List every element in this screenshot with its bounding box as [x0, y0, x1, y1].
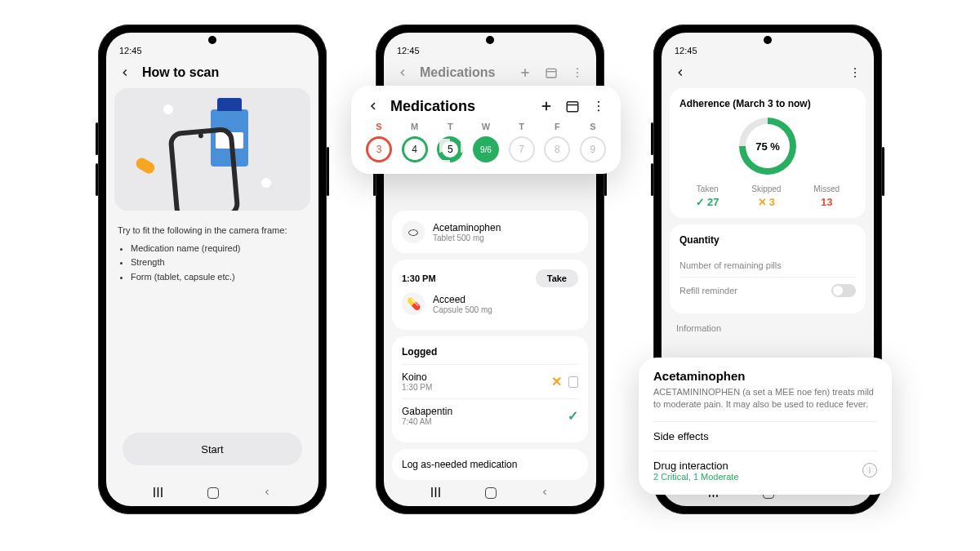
svg-point-11	[598, 101, 599, 103]
nav-back-icon[interactable]	[540, 486, 550, 500]
adherence-ring: 75 %	[739, 118, 796, 175]
adherence-pct: 75 %	[746, 124, 790, 168]
add-icon[interactable]	[537, 97, 555, 115]
information-label: Information	[670, 320, 866, 336]
adherence-card: Adherence (March 3 to now) 75 % Taken ✓2…	[670, 88, 866, 218]
day-tue[interactable]: T5	[435, 122, 465, 162]
time-slot-card: 1:30 PM Take 💊 Acceed Capsule 500 mg	[392, 260, 588, 330]
week-picker-overlay: Medications S3 M4 T5 W9/6 T7 F8 S9	[351, 86, 621, 174]
back-icon[interactable]	[394, 64, 412, 82]
overlay-title: Medications	[390, 98, 475, 115]
day-sat[interactable]: S9	[578, 122, 608, 162]
logged-card: Logged Koino 1:30 PM ✕ Gabapentin 7:40 A…	[392, 336, 588, 442]
stat-skipped: Skipped ✕3	[751, 184, 781, 208]
take-button[interactable]: Take	[536, 269, 578, 287]
info-drug-desc: ACETAMININOPHEN (a set a MEE noe fen) tr…	[653, 386, 877, 411]
med-card[interactable]: ⬭ Acetaminophen Tablet 500 mg	[392, 211, 588, 253]
status-time: 12:45	[675, 46, 697, 56]
camera-hole	[208, 36, 216, 44]
day-sun[interactable]: S3	[364, 122, 394, 162]
instr-item: Strength	[131, 256, 307, 270]
day-wed[interactable]: W9/6	[471, 122, 501, 162]
check-icon: ✓	[696, 196, 705, 208]
page-title: How to scan	[142, 65, 219, 80]
capsule-icon: 💊	[402, 292, 425, 315]
svg-point-14	[854, 68, 856, 69]
log-as-needed-button[interactable]: Log as-needed medication	[392, 449, 588, 480]
info-drug-name: Acetaminophen	[653, 369, 877, 383]
quantity-title: Quantity	[679, 234, 856, 246]
nav-bar: III	[384, 480, 596, 506]
remaining-pills-row[interactable]: Number of remaining pills	[679, 254, 856, 277]
day-mon[interactable]: M4	[400, 122, 430, 162]
tablet-icon: ⬭	[402, 220, 425, 243]
drug-interaction-row[interactable]: Drug interaction 2 Critical, 1 Moderate …	[653, 451, 877, 483]
calendar-icon[interactable]	[564, 97, 581, 115]
day-thu[interactable]: T7	[507, 122, 537, 162]
logged-name: Gabapentin	[402, 406, 452, 417]
med-name: Acetaminophen	[433, 222, 501, 233]
svg-rect-9	[567, 102, 578, 112]
stat-taken: Taken ✓27	[696, 184, 719, 208]
svg-point-4	[577, 68, 578, 69]
svg-point-13	[598, 109, 599, 111]
week-row: S3 M4 T5 W9/6 T7 F8 S9	[364, 122, 608, 162]
svg-point-15	[854, 72, 856, 73]
scan-illustration	[114, 88, 310, 211]
nav-recents-icon[interactable]: III	[430, 486, 441, 500]
back-icon[interactable]	[116, 64, 134, 82]
instructions: Try to fit the following in the camera f…	[114, 224, 310, 284]
nav-home-icon[interactable]	[207, 487, 219, 499]
more-icon[interactable]	[846, 64, 864, 82]
refill-reminder-row: Refill reminder	[679, 277, 856, 304]
instr-item: Medication name (required)	[131, 242, 307, 256]
logged-time: 7:40 AM	[402, 417, 452, 426]
info-icon[interactable]: i	[862, 463, 877, 478]
instr-item: Form (tablet, capsule etc.)	[131, 270, 307, 285]
skipped-icon: ✕	[551, 374, 562, 389]
logged-name: Koino	[402, 371, 432, 383]
nav-home-icon[interactable]	[485, 487, 497, 499]
start-button[interactable]: Start	[122, 433, 302, 465]
svg-point-5	[577, 72, 578, 73]
note-icon	[568, 376, 578, 388]
drug-info-overlay: Acetaminophen ACETAMININOPHEN (a set a M…	[639, 358, 892, 495]
more-icon[interactable]	[590, 97, 608, 115]
nav-back-icon[interactable]	[262, 486, 272, 500]
status-time: 12:45	[397, 46, 420, 56]
svg-point-12	[598, 105, 599, 107]
day-fri[interactable]: F8	[542, 122, 572, 162]
camera-hole	[764, 36, 772, 44]
logged-row[interactable]: Gabapentin 7:40 AM ✓	[402, 398, 578, 433]
adherence-title: Adherence (March 3 to now)	[679, 98, 856, 109]
instr-lead: Try to fit the following in the camera f…	[118, 224, 307, 238]
logged-row[interactable]: Koino 1:30 PM ✕	[402, 364, 578, 398]
med-sub: Tablet 500 mg	[433, 233, 501, 242]
nav-recents-icon[interactable]: III	[153, 486, 163, 500]
status-time: 12:45	[119, 46, 142, 56]
med-sub: Capsule 500 mg	[433, 305, 492, 314]
logged-title: Logged	[402, 346, 578, 358]
svg-rect-2	[546, 69, 556, 78]
header: Medications	[384, 57, 596, 88]
camera-hole	[486, 36, 494, 44]
stat-missed: Missed 13	[813, 184, 840, 208]
svg-point-6	[577, 76, 578, 78]
more-icon[interactable]	[568, 64, 586, 82]
header: How to scan	[106, 57, 318, 88]
quantity-card: Quantity Number of remaining pills Refil…	[670, 224, 866, 313]
back-icon[interactable]	[671, 64, 689, 82]
nav-bar: III	[106, 480, 318, 506]
calendar-icon[interactable]	[542, 64, 560, 82]
drug-interaction-summary: 2 Critical, 1 Moderate	[653, 472, 739, 482]
side-effects-row[interactable]: Side effects	[653, 421, 877, 451]
slot-time: 1:30 PM	[402, 273, 436, 283]
check-icon: ✓	[568, 408, 578, 424]
svg-point-16	[854, 76, 856, 78]
page-title: Medications	[420, 65, 495, 80]
x-icon: ✕	[758, 196, 767, 208]
back-icon[interactable]	[364, 97, 382, 115]
header	[662, 57, 874, 88]
refill-toggle[interactable]	[831, 284, 856, 297]
add-icon[interactable]	[516, 64, 534, 82]
